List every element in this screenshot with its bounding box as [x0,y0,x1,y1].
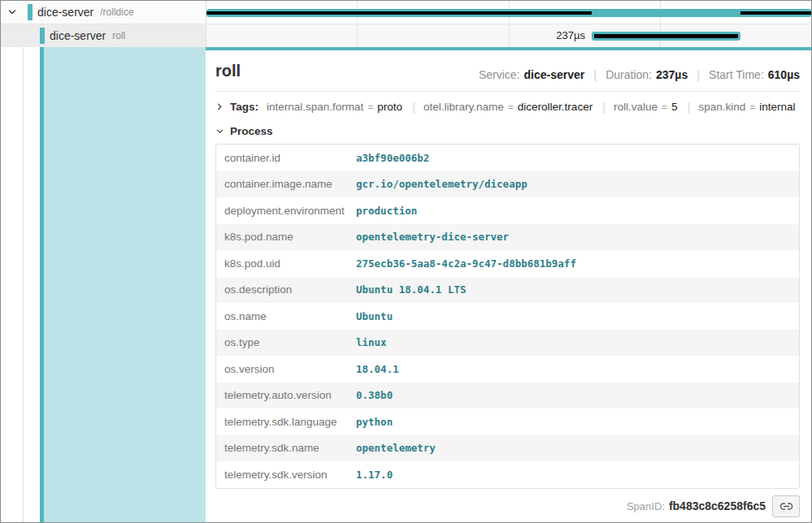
separator: | [602,100,606,114]
duration-value: 237µs [656,68,688,81]
span-self-time-segment [594,34,738,38]
table-row: container.ida3bf90e006b2 [216,145,799,171]
span-title: roll [215,60,241,81]
tag-value: 5 [671,101,678,113]
row-value: python [356,416,799,428]
tags-section-toggle[interactable]: Tags: internal.span.format = proto | ote… [215,97,800,116]
duration-label: Duration: [606,68,652,81]
row-value: linux [356,336,799,348]
row-value: production [356,205,799,217]
chevron-right-icon[interactable] [215,102,224,111]
table-row: os.typelinux [216,330,799,357]
table-row: telemetry.auto.version0.38b0 [216,383,799,409]
span-timeline-cell: 237µs [206,24,811,47]
tags-label: Tags: [230,101,258,113]
span-duration-label: 237µs [556,24,585,47]
row-key: telemetry.auto.version [216,389,356,401]
equals-sign: = [662,102,667,113]
span-service-name: dice-server [50,29,106,42]
span-service-name: dice-server [37,6,93,19]
row-value: opentelemetry [356,442,799,454]
tag-item: roll.value = 5 [614,101,678,113]
separator: | [697,67,700,81]
table-row: deployment.environmentproduction [216,197,799,224]
span-self-time-segment [206,11,592,15]
span-name-cell[interactable]: dice-server roll [1,24,206,47]
equals-sign: = [367,102,373,113]
row-key: deployment.environment [216,205,356,217]
span-operation-name: roll [112,30,125,41]
tag-key: span.kind [699,101,746,113]
span-id-label: SpanID: [627,500,665,512]
row-value: 0.38b0 [356,389,799,401]
table-row: os.version18.04.1 [216,356,799,383]
tag-value: proto [377,101,402,113]
row-key: k8s.pod.uid [216,257,356,270]
table-row: telemetry.sdk.nameopentelemetry [216,435,799,462]
table-row: telemetry.sdk.version1.17.0 [216,461,799,488]
span-operation-name: /rolldice [100,6,133,18]
row-key: telemetry.sdk.language [216,416,356,428]
equals-sign: = [749,102,755,113]
equals-sign: = [508,102,514,113]
span-overview: Service: dice-server | Duration: 237µs |… [479,67,800,81]
span-color-chip [28,4,33,20]
tag-item: internal.span.format = proto [267,101,402,113]
row-key: telemetry.sdk.name [216,442,356,454]
span-timeline-cell [206,1,811,24]
row-value: Ubuntu 18.04.1 LTS [356,283,799,296]
deep-link-button[interactable] [772,495,800,517]
tag-item: span.kind = internal [699,101,796,113]
row-key: container.id [216,152,356,164]
row-value: 18.04.1 [356,363,799,375]
tag-value: internal [759,101,795,113]
link-icon [779,499,793,513]
chevron-down-icon[interactable] [7,7,17,17]
tree-guide-line [23,47,24,522]
row-key: container.image.name [216,178,356,190]
table-row: os.descriptionUbuntu 18.04.1 LTS [216,277,799,304]
tag-key: internal.span.format [267,101,363,113]
row-value: Ubuntu [356,310,799,322]
span-row-rolldice[interactable]: dice-server /rolldice [1,1,811,24]
tag-value: diceroller.tracer [518,101,593,113]
span-bar-parent[interactable] [206,9,811,17]
row-value: 275ecb36-5aa8-4c2a-9c47-d8bb681b9aff [356,257,799,270]
process-label: Process [230,125,273,137]
trace-span-rows: dice-server /rolldice dice-server roll 2… [1,1,811,47]
trace-detail-body: roll Service: dice-server | Duration: 23… [1,47,811,522]
row-value: gcr.io/opentelemetry/diceapp [356,178,799,190]
row-value: opentelemetry-dice-server [356,231,799,243]
row-key: k8s.pod.name [216,231,356,243]
row-key: telemetry.sdk.version [216,469,356,481]
tag-key: roll.value [614,101,658,113]
row-key: os.version [216,363,356,375]
row-value: a3bf90e006b2 [356,152,799,164]
table-row: k8s.pod.uid275ecb36-5aa8-4c2a-9c47-d8bb6… [216,250,799,277]
separator: | [412,100,415,114]
span-bar-child[interactable] [592,32,740,41]
row-value: 1.17.0 [356,469,799,481]
service-value: dice-server [524,68,585,81]
chevron-down-icon[interactable] [215,127,224,136]
jaeger-trace-detail-view: dice-server /rolldice dice-server roll 2… [0,0,812,523]
row-key: os.description [216,283,356,296]
span-self-time-segment [740,11,811,15]
span-name-cell[interactable]: dice-server /rolldice [1,1,206,24]
span-row-roll-selected[interactable]: dice-server roll 237µs [1,24,811,47]
span-indent-gutter [1,47,206,522]
row-key: os.type [216,336,356,348]
tag-key: otel.library.name [423,101,504,113]
span-color-chip [40,28,45,44]
process-section-toggle[interactable]: Process [215,121,800,140]
separator: | [688,100,691,114]
tag-item: otel.library.name = diceroller.tracer [423,101,593,113]
table-row: os.nameUbuntu [216,303,799,330]
span-detail-footer: SpanID: fb483c8c6258f6c5 [215,495,800,517]
process-key-value-table: container.ida3bf90e006b2 container.image… [215,144,800,489]
span-detail-panel: roll Service: dice-server | Duration: 23… [206,47,811,522]
span-id-value: fb483c8c6258f6c5 [669,499,766,512]
start-time-label: Start Time: [709,68,764,81]
start-time-value: 610µs [768,68,800,81]
table-row: k8s.pod.nameopentelemetry-dice-server [216,224,799,251]
